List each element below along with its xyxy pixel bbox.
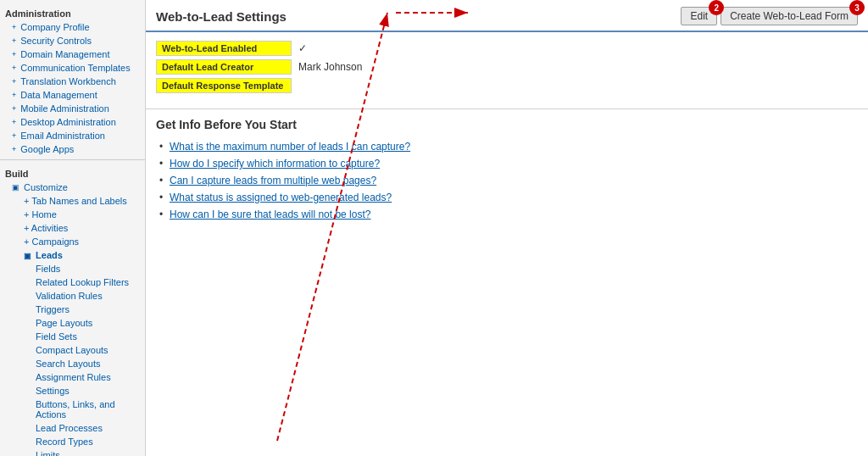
- info-link-3[interactable]: Can I capture leads from multiple web pa…: [170, 175, 376, 186]
- setting-label-creator: Default Lead Creator: [156, 59, 292, 75]
- sidebar-item-page-layouts[interactable]: Page Layouts: [0, 316, 145, 330]
- sidebar-item-fields[interactable]: Fields: [0, 262, 145, 275]
- list-item: Can I capture leads from multiple web pa…: [156, 172, 858, 189]
- annotation-3: 3: [849, 0, 865, 15]
- setting-value-creator: Mark Johnson: [292, 59, 369, 75]
- setting-row-creator: Default Lead Creator Mark Johnson: [156, 59, 858, 75]
- leads-expand-icon: ▣: [24, 252, 31, 260]
- sidebar-item-home[interactable]: + Home: [0, 208, 145, 221]
- expand-icon: +: [12, 77, 16, 86]
- info-links-list: What is the maximum number of leads I ca…: [156, 138, 858, 223]
- sidebar-item-company-profile[interactable]: + Company Profile: [0, 20, 145, 34]
- setting-row-template: Default Response Template: [156, 78, 858, 93]
- administration-header: Administration: [0, 5, 145, 20]
- sidebar-item-customize[interactable]: ▣ Customize: [0, 181, 145, 194]
- setting-row-enabled: Web-to-Lead Enabled ✓: [156, 41, 858, 56]
- sidebar-item-buttons-links[interactable]: Buttons, Links, and Actions: [0, 398, 145, 421]
- expand-icon: +: [12, 118, 16, 126]
- settings-table: Web-to-Lead Enabled ✓ Default Lead Creat…: [146, 32, 868, 105]
- expand-icon: +: [12, 36, 16, 45]
- expand-icon: +: [12, 145, 16, 153]
- sidebar-item-settings[interactable]: Settings: [0, 384, 145, 398]
- list-item: How can I be sure that leads will not be…: [156, 206, 858, 223]
- sidebar: Administration + Company Profile + Secur…: [0, 0, 146, 456]
- expand-icon: +: [12, 91, 16, 99]
- expand-icon: +: [12, 104, 16, 113]
- sidebar-item-translation-workbench[interactable]: + Translation Workbench: [0, 75, 145, 88]
- sidebar-item-field-sets[interactable]: Field Sets: [0, 330, 145, 343]
- info-link-4[interactable]: What status is assigned to web-generated…: [170, 192, 392, 203]
- page-title: Web-to-Lead Settings: [156, 9, 287, 24]
- setting-label-enabled: Web-to-Lead Enabled: [156, 41, 292, 56]
- sidebar-item-compact-layouts[interactable]: Compact Layouts: [0, 343, 145, 357]
- sidebar-item-search-layouts[interactable]: Search Layouts: [0, 357, 145, 370]
- sidebar-item-validation-rules[interactable]: Validation Rules: [0, 289, 145, 303]
- info-section: Get Info Before You Start What is the ma…: [146, 108, 868, 231]
- page-header: Web-to-Lead Settings Edit 2 Create Web-t…: [146, 0, 868, 32]
- info-link-1[interactable]: What is the maximum number of leads I ca…: [170, 141, 410, 153]
- list-item: What status is assigned to web-generated…: [156, 189, 858, 206]
- main-content: Web-to-Lead Settings Edit 2 Create Web-t…: [146, 0, 868, 456]
- sidebar-item-domain-management[interactable]: + Domain Management: [0, 47, 145, 61]
- sidebar-item-desktop-administration[interactable]: + Desktop Administration: [0, 115, 145, 129]
- sidebar-item-tab-names[interactable]: + Tab Names and Labels: [0, 194, 145, 208]
- sidebar-item-google-apps[interactable]: + Google Apps: [0, 142, 145, 156]
- sidebar-item-campaigns[interactable]: + Campaigns: [0, 235, 145, 248]
- sidebar-item-related-lookup-filters[interactable]: Related Lookup Filters: [0, 275, 145, 289]
- sidebar-item-security-controls[interactable]: + Security Controls: [0, 34, 145, 47]
- sidebar-item-data-management[interactable]: + Data Management: [0, 88, 145, 102]
- setting-label-template: Default Response Template: [156, 78, 292, 93]
- sidebar-item-communication-templates[interactable]: + Communication Templates: [0, 61, 145, 75]
- customize-icon: ▣: [12, 183, 19, 192]
- expand-icon: +: [12, 23, 16, 31]
- setting-value-enabled: ✓: [292, 41, 314, 56]
- info-link-5[interactable]: How can I be sure that leads will not be…: [170, 209, 370, 220]
- list-item: What is the maximum number of leads I ca…: [156, 138, 858, 155]
- expand-icon: +: [12, 64, 16, 72]
- sidebar-item-record-types[interactable]: Record Types: [0, 435, 145, 448]
- sidebar-item-mobile-administration[interactable]: + Mobile Administration: [0, 102, 145, 115]
- create-web-to-lead-button[interactable]: Create Web-to-Lead Form: [721, 7, 858, 25]
- setting-value-template: [292, 84, 305, 87]
- sidebar-item-email-administration[interactable]: + Email Administration: [0, 129, 145, 142]
- header-buttons: Edit 2 Create Web-to-Lead Form 3: [681, 7, 858, 25]
- sidebar-item-activities[interactable]: + Activities: [0, 221, 145, 235]
- sidebar-item-triggers[interactable]: Triggers: [0, 303, 145, 316]
- info-link-2[interactable]: How do I specify which information to ca…: [170, 158, 380, 170]
- sidebar-item-leads[interactable]: ▣ Leads: [0, 248, 145, 262]
- build-header: Build: [0, 165, 145, 181]
- list-item: How do I specify which information to ca…: [156, 155, 858, 172]
- info-title: Get Info Before You Start: [156, 118, 858, 131]
- expand-icon: +: [12, 131, 16, 140]
- sidebar-item-limits[interactable]: Limits: [0, 448, 145, 456]
- expand-icon: +: [12, 50, 16, 58]
- sidebar-item-lead-processes[interactable]: Lead Processes: [0, 421, 145, 435]
- sidebar-item-assignment-rules[interactable]: Assignment Rules: [0, 370, 145, 384]
